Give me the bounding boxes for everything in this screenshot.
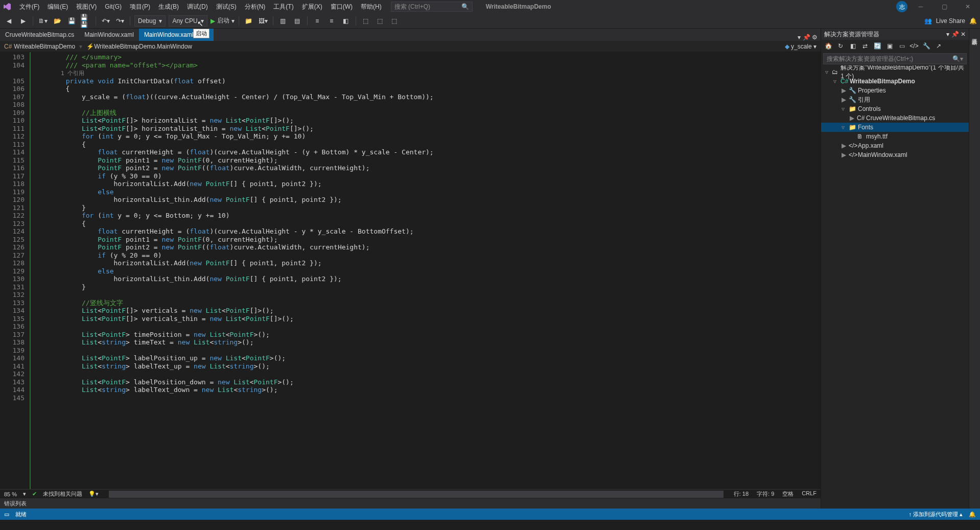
menu-item[interactable]: 调试(D) — [183, 3, 212, 10]
scope-crumb[interactable]: C#WriteableBitmapDemo — [0, 43, 79, 50]
menu-item[interactable]: 文件(F) — [15, 3, 43, 10]
tool-button[interactable]: 🖼▾ — [258, 15, 269, 27]
menu-item[interactable]: 视图(V) — [72, 3, 101, 10]
solution-toolbar: 🏠 ↻ ◧ ⇄ 🔄 ▣ ▭ </> 🔧 ↗ — [821, 40, 969, 52]
file-icon: 🔧 — [849, 96, 856, 103]
tool-icon[interactable]: 🔧 — [921, 41, 931, 51]
tool-icon[interactable]: ↻ — [835, 41, 846, 51]
code-content[interactable]: /// </summary> /// <param name="offset">… — [31, 52, 821, 489]
menu-item[interactable]: 工具(T) — [269, 3, 297, 10]
class-crumb[interactable]: ⚡WriteableBitmapDemo.MainWindow — [82, 43, 196, 50]
file-icon: </> — [849, 142, 856, 149]
editor-tab[interactable]: CruveWriteableBitmap.cs — [0, 29, 79, 41]
pin-icon[interactable]: 📌 — [951, 31, 959, 38]
platform-combo[interactable]: Any CPU▾ — [169, 15, 207, 27]
close-button[interactable]: ✕ — [958, 0, 978, 13]
file-icon: 📁 — [849, 105, 856, 112]
dropdown-icon[interactable]: ▾ — [946, 31, 949, 38]
save-all-button[interactable]: 💾💾 — [80, 15, 91, 27]
solution-explorer-title: 解决方案资源管理器 ▾ 📌 ✕ — [821, 29, 969, 40]
tool-button[interactable]: ◧ — [340, 15, 352, 27]
editor-status-strip: 85 %▾ ✔ 未找到相关问题 💡▾ 行: 18 字符: 9 空格 CRLF — [0, 489, 821, 498]
liveshare-button[interactable]: Live Share — [936, 17, 965, 25]
line-gutter: 1031041051061071081091101111121131141151… — [0, 52, 31, 489]
solution-icon: 🗂 — [832, 68, 838, 76]
config-combo[interactable]: Debug▾ — [134, 15, 166, 27]
tool-icon[interactable]: ▭ — [897, 41, 907, 51]
menu-item[interactable]: 测试(S) — [212, 3, 241, 10]
close-panel-button[interactable]: ✕ — [961, 31, 966, 38]
open-file-button[interactable]: 📂 — [52, 15, 63, 27]
tool-button[interactable]: ≡ — [312, 15, 323, 27]
source-control-button[interactable]: ↑ 添加到源代码管理 ▴ — [908, 511, 963, 518]
tool-icon[interactable]: ▣ — [884, 41, 895, 51]
tab-overflow-button[interactable]: ▾ 📌 ⚙ — [795, 34, 821, 41]
tree-node[interactable]: ▿📁Fonts — [821, 123, 969, 132]
maximize-button[interactable]: ▢ — [934, 0, 954, 13]
tree-node[interactable]: ▶C#CruveWriteableBitmap.cs — [821, 113, 969, 123]
tool-button[interactable]: ⬚ — [375, 15, 386, 27]
error-list-tab[interactable]: 错误列表 — [0, 498, 821, 509]
menu-item[interactable]: 扩展(X) — [298, 3, 326, 10]
tool-icon[interactable]: ◧ — [848, 41, 858, 51]
lightbulb-icon[interactable]: 💡▾ — [88, 491, 99, 497]
tool-icon[interactable]: ↗ — [934, 41, 944, 51]
home-icon[interactable]: 🏠 — [823, 41, 833, 51]
code-editor[interactable]: 1031041051061071081091101111121131141151… — [0, 52, 821, 489]
member-crumb[interactable]: ◆ y_scale ▾ — [781, 43, 821, 50]
tool-icon[interactable]: </> — [909, 41, 919, 51]
tool-button[interactable]: ≡ — [326, 15, 337, 27]
menu-item[interactable]: 编辑(E) — [43, 3, 72, 10]
solution-search-input[interactable]: 搜索解决方案资源管理器(Ctrl+;) 🔍▾ — [823, 53, 967, 64]
output-icon[interactable]: ▭ — [4, 511, 9, 518]
tool-button[interactable]: ▥ — [277, 15, 289, 27]
global-search-input[interactable]: 搜索 (Ctrl+Q) 🔍 — [391, 2, 473, 12]
menu-item[interactable]: 项目(P) — [126, 3, 154, 10]
solution-tree[interactable]: ▿🗂解决方案"WriteableBitmapDemo"(1 个项目/共 1 个)… — [821, 65, 969, 509]
zoom-level[interactable]: 85 % — [4, 491, 17, 497]
separator — [273, 16, 273, 26]
menu-item[interactable]: 窗口(W) — [326, 3, 357, 10]
redo-button[interactable]: ↷▾ — [114, 15, 126, 27]
indent-mode: 空格 — [782, 490, 794, 498]
notifications-icon[interactable]: 🔔 — [969, 511, 976, 518]
notifications-icon[interactable]: 🔔 — [969, 17, 977, 25]
editor-tab[interactable]: MainWindow.xaml — [79, 29, 139, 41]
new-file-button[interactable]: 🗎▾ — [37, 15, 49, 27]
tool-button[interactable]: ⬚ — [360, 15, 371, 27]
vs-logo-icon — [2, 2, 12, 12]
tree-node[interactable]: ▶🔧引用 — [821, 95, 969, 104]
nav-fwd-button[interactable]: ▶ — [17, 15, 29, 27]
tool-button[interactable]: ▤ — [292, 15, 303, 27]
user-avatar[interactable]: 志 — [896, 1, 907, 12]
right-tool-tabs: 诊断工具 — [969, 29, 980, 509]
file-icon: 🔧 — [849, 87, 856, 94]
tool-button[interactable]: ⬚ — [389, 15, 400, 27]
menu-item[interactable]: 分析(N) — [241, 3, 270, 10]
cursor-char: 字符: 9 — [757, 490, 774, 498]
tree-node[interactable]: ▶🔧Properties — [821, 86, 969, 95]
search-icon: 🔍 — [461, 3, 469, 10]
file-icon: </> — [849, 151, 856, 158]
tool-icon[interactable]: 🔄 — [872, 41, 882, 51]
menu-item[interactable]: Git(G) — [101, 3, 126, 10]
tool-icon[interactable]: ⇄ — [860, 41, 870, 51]
horizontal-scrollbar[interactable] — [109, 491, 724, 498]
tree-node[interactable]: ▶</>MainWindow.xaml — [821, 150, 969, 159]
tree-node[interactable]: ▶</>App.xaml — [821, 141, 969, 150]
menu-item[interactable]: 生成(B) — [154, 3, 183, 10]
solution-root[interactable]: ▿🗂解决方案"WriteableBitmapDemo"(1 个项目/共 1 个) — [821, 67, 969, 77]
nav-back-button[interactable]: ◀ — [3, 15, 14, 27]
csharp-icon: C# — [4, 43, 12, 50]
start-debug-button[interactable]: ▶ 启动 ▾ — [211, 16, 235, 25]
separator — [33, 16, 33, 26]
tool-button[interactable]: 📁 — [243, 15, 254, 27]
minimize-button[interactable]: ─ — [911, 0, 931, 13]
tree-node[interactable]: 🗎msyh.ttf — [821, 132, 969, 141]
save-button[interactable]: 💾 — [66, 15, 77, 27]
editor-tabs: CruveWriteableBitmap.csMainWindow.xamlMa… — [0, 29, 821, 41]
menu-item[interactable]: 帮助(H) — [357, 3, 386, 10]
undo-button[interactable]: ↶▾ — [100, 15, 111, 27]
tree-node[interactable]: ▿📁Controls — [821, 104, 969, 113]
side-tab[interactable]: 诊断工具 — [971, 33, 978, 37]
